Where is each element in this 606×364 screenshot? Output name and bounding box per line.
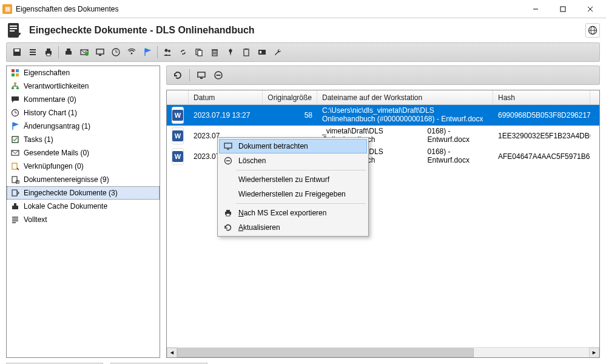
table-row[interactable]: W 2023.07.19 13:27 58 C:\Users\nic\dls_v… bbox=[167, 105, 599, 126]
sidebar-item-label: Eigenschaften bbox=[24, 69, 70, 77]
col-size[interactable]: Originalgröße bbox=[263, 90, 317, 104]
svg-rect-42 bbox=[12, 69, 15, 72]
context-menu: Dokument betrachten Löschen Wiederherste… bbox=[217, 137, 369, 237]
svg-point-30 bbox=[168, 50, 170, 52]
minimize-button[interactable] bbox=[522, 0, 549, 18]
col-filename[interactable]: Dateiname auf der Workstation bbox=[317, 90, 493, 104]
tb-list-icon[interactable] bbox=[25, 45, 40, 59]
svg-rect-23 bbox=[96, 49, 104, 54]
sidebar-item-volltext[interactable]: Volltext bbox=[7, 213, 160, 226]
comment-icon bbox=[10, 95, 20, 104]
col-icon[interactable] bbox=[167, 90, 189, 104]
sidebar-item-verknuepfungen[interactable]: Verknüpfungen (0) bbox=[7, 160, 160, 173]
menu-view-document[interactable]: Dokument betrachten bbox=[219, 139, 367, 153]
view-button[interactable] bbox=[194, 68, 209, 83]
tb-save-icon[interactable] bbox=[10, 45, 24, 59]
scroll-thumb[interactable] bbox=[177, 348, 474, 357]
menu-refresh[interactable]: Aktualisieren bbox=[219, 220, 367, 235]
menu-export-excel[interactable]: Nach MS Excel exportieren bbox=[219, 206, 367, 220]
maximize-button[interactable] bbox=[549, 0, 576, 18]
app-icon: ▦ bbox=[2, 4, 12, 14]
menu-restore-draft[interactable]: Wiederherstellen zu Entwurf bbox=[219, 172, 367, 187]
scroll-right-icon[interactable]: ► bbox=[589, 348, 599, 358]
globe-button[interactable] bbox=[585, 23, 600, 38]
word-icon: W bbox=[172, 148, 184, 165]
tb-flag-icon[interactable] bbox=[140, 45, 155, 59]
menu-restore-released[interactable]: Wiederherstellen zu Freigegeben bbox=[219, 187, 367, 201]
menu-label: Löschen bbox=[238, 157, 266, 165]
svg-rect-58 bbox=[12, 163, 17, 169]
svg-rect-48 bbox=[16, 87, 19, 89]
fulltext-icon bbox=[10, 215, 20, 224]
tb-trash-icon[interactable] bbox=[207, 45, 222, 59]
remove-button[interactable] bbox=[211, 68, 226, 83]
menu-label: Dokument betrachten bbox=[238, 142, 308, 150]
svg-rect-47 bbox=[12, 87, 14, 89]
sidebar-item-label: Kommentare (0) bbox=[24, 95, 76, 104]
main-toolbar bbox=[6, 42, 600, 62]
svg-rect-70 bbox=[198, 72, 205, 77]
printer-icon bbox=[223, 209, 234, 217]
sidebar-item-aenderungsantrag[interactable]: Änderungsantrag (1) bbox=[7, 120, 160, 133]
scroll-left-icon[interactable]: ◄ bbox=[167, 348, 177, 358]
svg-rect-79 bbox=[226, 210, 230, 212]
svg-rect-63 bbox=[12, 190, 17, 196]
sidebar-item-eigenschaften[interactable]: Eigenschaften bbox=[7, 66, 160, 79]
sidebar-item-verantwortlichkeiten[interactable]: Verantwortlichkeiten bbox=[7, 79, 160, 93]
sidebar-item-cache[interactable]: Lokale Cache Dokumente bbox=[7, 200, 160, 213]
sidebar-item-eingecheckte[interactable]: Eingecheckte Dokumente (3) bbox=[7, 186, 160, 200]
sidebar-item-label: Gesendete Mails (0) bbox=[24, 149, 89, 157]
close-button[interactable] bbox=[576, 0, 604, 18]
tb-pin-icon[interactable] bbox=[223, 45, 238, 59]
sidebar-item-history[interactable]: History Chart (1) bbox=[7, 106, 160, 120]
svg-rect-20 bbox=[67, 49, 70, 51]
tb-wrench-icon[interactable] bbox=[271, 45, 285, 59]
col-date[interactable]: Datum bbox=[189, 90, 263, 104]
sidebar-item-label: Änderungsantrag (1) bbox=[24, 122, 90, 130]
sidebar-item-label: Tasks (1) bbox=[24, 135, 53, 144]
sidebar-item-label: Volltext bbox=[24, 215, 47, 224]
svg-point-28 bbox=[131, 53, 133, 55]
tb-monitor-icon[interactable] bbox=[93, 45, 107, 59]
link-icon bbox=[10, 161, 20, 171]
tb-card-icon[interactable] bbox=[255, 45, 269, 59]
svg-rect-18 bbox=[47, 53, 50, 56]
tb-printer2-icon[interactable] bbox=[61, 45, 76, 59]
tb-mail-icon[interactable] bbox=[77, 45, 92, 59]
sidebar-item-label: History Chart (1) bbox=[24, 109, 77, 117]
word-icon: W bbox=[172, 127, 184, 144]
svg-rect-46 bbox=[14, 83, 16, 84]
svg-rect-17 bbox=[47, 49, 50, 51]
svg-rect-5 bbox=[10, 25, 17, 27]
menu-label: Aktualisieren bbox=[238, 223, 280, 232]
svg-rect-80 bbox=[226, 214, 230, 216]
events-icon bbox=[10, 175, 20, 184]
tb-broadcast-icon[interactable] bbox=[124, 45, 139, 59]
horizontal-scrollbar[interactable]: ◄ ► bbox=[167, 347, 599, 357]
col-hash[interactable]: Hash bbox=[493, 90, 590, 104]
refresh-button[interactable] bbox=[170, 68, 185, 83]
sidebar-item-mails[interactable]: Gesendete Mails (0) bbox=[7, 146, 160, 160]
tb-clipboard-icon[interactable] bbox=[239, 45, 254, 59]
tb-link-icon[interactable] bbox=[176, 45, 190, 59]
monitor-icon bbox=[223, 142, 234, 150]
svg-point-22 bbox=[85, 52, 89, 56]
svg-rect-1 bbox=[561, 7, 565, 12]
refresh-icon bbox=[223, 223, 234, 232]
tb-copy-icon[interactable] bbox=[192, 45, 206, 59]
window-title: Eigenschaften des Dokumentes bbox=[16, 5, 522, 13]
tb-users-icon[interactable] bbox=[160, 45, 175, 59]
menu-delete[interactable]: Löschen bbox=[219, 153, 367, 168]
cell-hash: 6990968D5B053F8D296217C7 bbox=[493, 110, 590, 121]
svg-rect-44 bbox=[12, 73, 15, 76]
tb-clock-icon[interactable] bbox=[109, 45, 123, 59]
sidebar-item-label: Verknüpfungen (0) bbox=[24, 162, 84, 170]
sidebar-item-ereignisse[interactable]: Dokumentenereignisse (9) bbox=[7, 173, 160, 186]
menu-label: Nach MS Excel exportieren bbox=[238, 209, 326, 217]
svg-point-29 bbox=[165, 49, 168, 52]
cell-hash: AFE04647A4AAC5F5971B6F9B bbox=[493, 151, 590, 162]
sidebar-item-kommentare[interactable]: Kommentare (0) bbox=[7, 93, 160, 106]
grid-icon bbox=[10, 68, 20, 78]
tb-print-icon[interactable] bbox=[41, 45, 56, 59]
sidebar-item-tasks[interactable]: Tasks (1) bbox=[7, 133, 160, 146]
